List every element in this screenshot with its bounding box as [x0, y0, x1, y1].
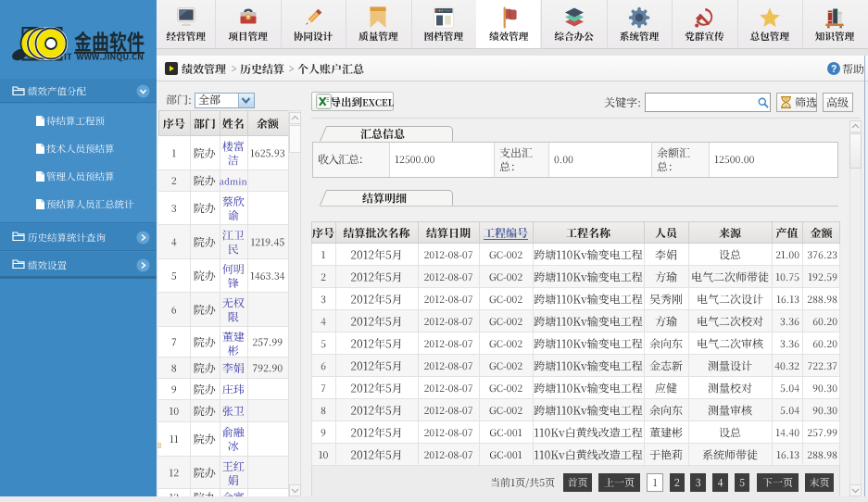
- svg-text:?: ?: [831, 64, 837, 74]
